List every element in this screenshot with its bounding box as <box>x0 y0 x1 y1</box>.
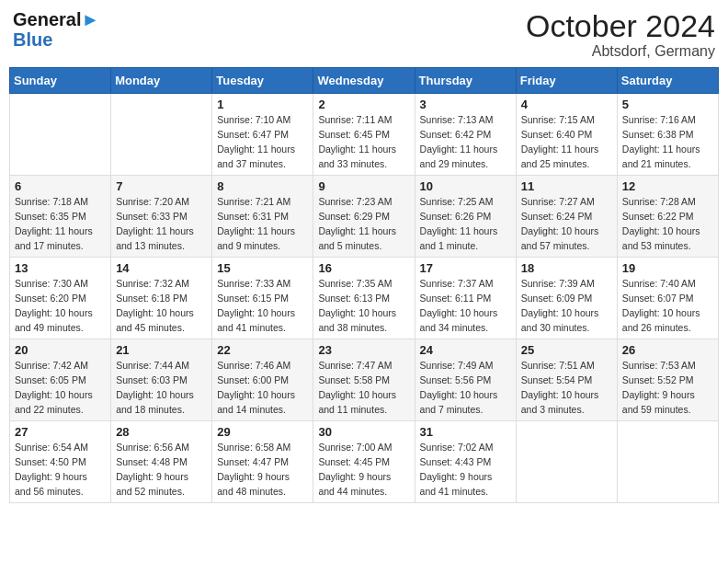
weekday-header-wednesday: Wednesday <box>313 68 415 94</box>
daylight-text: Daylight: 10 hours and 18 minutes. <box>116 389 194 415</box>
sunrise-text: Sunrise: 7:37 AM <box>420 278 494 289</box>
sunset-text: Sunset: 6:07 PM <box>622 293 694 304</box>
day-number: 18 <box>521 261 612 275</box>
sunrise-text: Sunrise: 6:58 AM <box>217 442 290 453</box>
sunrise-text: Sunrise: 7:27 AM <box>521 196 595 207</box>
day-info: Sunrise: 7:51 AMSunset: 5:54 PMDaylight:… <box>521 359 612 417</box>
day-info: Sunrise: 7:32 AMSunset: 6:18 PMDaylight:… <box>116 277 207 335</box>
day-number: 5 <box>622 98 713 111</box>
calendar-cell <box>111 94 212 176</box>
day-info: Sunrise: 7:15 AMSunset: 6:40 PMDaylight:… <box>521 113 612 171</box>
day-number: 27 <box>15 425 106 439</box>
sunrise-text: Sunrise: 7:42 AM <box>15 360 88 371</box>
day-number: 14 <box>116 261 207 275</box>
day-info: Sunrise: 7:18 AMSunset: 6:35 PMDaylight:… <box>15 195 106 253</box>
sunrise-text: Sunrise: 7:20 AM <box>116 196 189 207</box>
day-number: 20 <box>15 343 106 357</box>
calendar-cell: 29Sunrise: 6:58 AMSunset: 4:47 PMDayligh… <box>212 421 313 503</box>
daylight-text: Daylight: 10 hours and 38 minutes. <box>318 307 396 333</box>
calendar-cell: 28Sunrise: 6:56 AMSunset: 4:48 PMDayligh… <box>111 421 212 503</box>
day-info: Sunrise: 7:30 AMSunset: 6:20 PMDaylight:… <box>15 277 106 335</box>
weekday-header-row: SundayMondayTuesdayWednesdayThursdayFrid… <box>10 68 719 94</box>
calendar-cell: 13Sunrise: 7:30 AMSunset: 6:20 PMDayligh… <box>10 258 111 339</box>
calendar-table: SundayMondayTuesdayWednesdayThursdayFrid… <box>9 67 719 503</box>
sunrise-text: Sunrise: 7:53 AM <box>622 360 696 371</box>
sunset-text: Sunset: 6:42 PM <box>420 129 492 140</box>
weekday-header-sunday: Sunday <box>10 68 111 94</box>
daylight-text: Daylight: 9 hours and 44 minutes. <box>318 471 391 497</box>
sunrise-text: Sunrise: 6:54 AM <box>15 442 88 453</box>
sunrise-text: Sunrise: 7:13 AM <box>420 114 494 125</box>
calendar-cell <box>617 421 718 503</box>
day-number: 23 <box>318 343 409 357</box>
calendar-cell: 12Sunrise: 7:28 AMSunset: 6:22 PMDayligh… <box>617 176 718 258</box>
sunset-text: Sunset: 6:03 PM <box>116 374 188 385</box>
calendar-cell: 23Sunrise: 7:47 AMSunset: 5:58 PMDayligh… <box>313 339 415 421</box>
daylight-text: Daylight: 10 hours and 34 minutes. <box>420 307 498 333</box>
calendar-cell: 26Sunrise: 7:53 AMSunset: 5:52 PMDayligh… <box>617 339 718 421</box>
sunset-text: Sunset: 6:05 PM <box>15 374 86 385</box>
day-number: 16 <box>318 261 409 275</box>
day-number: 1 <box>217 98 308 111</box>
calendar-cell: 17Sunrise: 7:37 AMSunset: 6:11 PMDayligh… <box>415 258 516 339</box>
day-number: 10 <box>420 179 511 193</box>
sunrise-text: Sunrise: 7:49 AM <box>420 360 494 371</box>
sunrise-text: Sunrise: 7:00 AM <box>318 442 392 453</box>
sunrise-text: Sunrise: 7:47 AM <box>318 360 392 371</box>
sunset-text: Sunset: 6:29 PM <box>318 211 390 222</box>
sunset-text: Sunset: 6:38 PM <box>622 129 694 140</box>
sunrise-text: Sunrise: 6:56 AM <box>116 442 189 453</box>
sunrise-text: Sunrise: 7:46 AM <box>217 360 290 371</box>
sunset-text: Sunset: 6:13 PM <box>318 293 390 304</box>
day-info: Sunrise: 6:58 AMSunset: 4:47 PMDaylight:… <box>217 441 308 499</box>
weekday-header-saturday: Saturday <box>617 68 718 94</box>
day-info: Sunrise: 7:27 AMSunset: 6:24 PMDaylight:… <box>521 195 612 253</box>
sunset-text: Sunset: 6:40 PM <box>521 129 593 140</box>
calendar-cell: 22Sunrise: 7:46 AMSunset: 6:00 PMDayligh… <box>212 339 313 421</box>
calendar-cell: 27Sunrise: 6:54 AMSunset: 4:50 PMDayligh… <box>10 421 111 503</box>
calendar-cell: 30Sunrise: 7:00 AMSunset: 4:45 PMDayligh… <box>313 421 415 503</box>
sunset-text: Sunset: 5:52 PM <box>622 374 694 385</box>
day-info: Sunrise: 7:47 AMSunset: 5:58 PMDaylight:… <box>318 359 409 417</box>
calendar-cell: 14Sunrise: 7:32 AMSunset: 6:18 PMDayligh… <box>111 258 212 339</box>
sunset-text: Sunset: 6:00 PM <box>217 374 289 385</box>
daylight-text: Daylight: 10 hours and 53 minutes. <box>622 225 700 251</box>
daylight-text: Daylight: 9 hours and 56 minutes. <box>15 471 87 497</box>
day-number: 29 <box>217 425 308 439</box>
sunset-text: Sunset: 4:47 PM <box>217 456 289 467</box>
sunrise-text: Sunrise: 7:11 AM <box>318 114 392 125</box>
day-info: Sunrise: 7:11 AMSunset: 6:45 PMDaylight:… <box>318 113 409 171</box>
day-info: Sunrise: 7:39 AMSunset: 6:09 PMDaylight:… <box>521 277 612 335</box>
sunrise-text: Sunrise: 7:21 AM <box>217 196 290 207</box>
sunset-text: Sunset: 6:22 PM <box>622 211 694 222</box>
day-number: 11 <box>521 179 612 193</box>
sunset-text: Sunset: 5:58 PM <box>318 374 390 385</box>
daylight-text: Daylight: 9 hours and 59 minutes. <box>622 389 695 415</box>
day-info: Sunrise: 7:37 AMSunset: 6:11 PMDaylight:… <box>420 277 511 335</box>
sunrise-text: Sunrise: 7:16 AM <box>622 114 696 125</box>
sunset-text: Sunset: 6:47 PM <box>217 129 289 140</box>
day-number: 19 <box>622 261 713 275</box>
daylight-text: Daylight: 10 hours and 26 minutes. <box>622 307 700 333</box>
logo-blue: Blue <box>13 29 52 50</box>
sunset-text: Sunset: 6:09 PM <box>521 293 593 304</box>
sunset-text: Sunset: 6:35 PM <box>15 211 86 222</box>
calendar-cell <box>516 421 617 503</box>
day-info: Sunrise: 7:21 AMSunset: 6:31 PMDaylight:… <box>217 195 308 253</box>
day-number: 21 <box>116 343 207 357</box>
calendar-cell: 25Sunrise: 7:51 AMSunset: 5:54 PMDayligh… <box>516 339 617 421</box>
sunrise-text: Sunrise: 7:23 AM <box>318 196 392 207</box>
daylight-text: Daylight: 11 hours and 13 minutes. <box>116 225 194 251</box>
day-number: 4 <box>521 98 612 111</box>
day-number: 7 <box>116 179 207 193</box>
page-header: General► Blue October 2024 Abtsdorf, Ger… <box>9 9 719 60</box>
daylight-text: Daylight: 10 hours and 7 minutes. <box>420 389 498 415</box>
weekday-header-thursday: Thursday <box>415 68 516 94</box>
day-number: 8 <box>217 179 308 193</box>
calendar-cell: 1Sunrise: 7:10 AMSunset: 6:47 PMDaylight… <box>212 94 313 176</box>
sunrise-text: Sunrise: 7:28 AM <box>622 196 696 207</box>
daylight-text: Daylight: 11 hours and 17 minutes. <box>15 225 93 251</box>
day-number: 3 <box>420 98 511 111</box>
daylight-text: Daylight: 11 hours and 25 minutes. <box>521 144 599 169</box>
day-info: Sunrise: 7:00 AMSunset: 4:45 PMDaylight:… <box>318 441 409 499</box>
